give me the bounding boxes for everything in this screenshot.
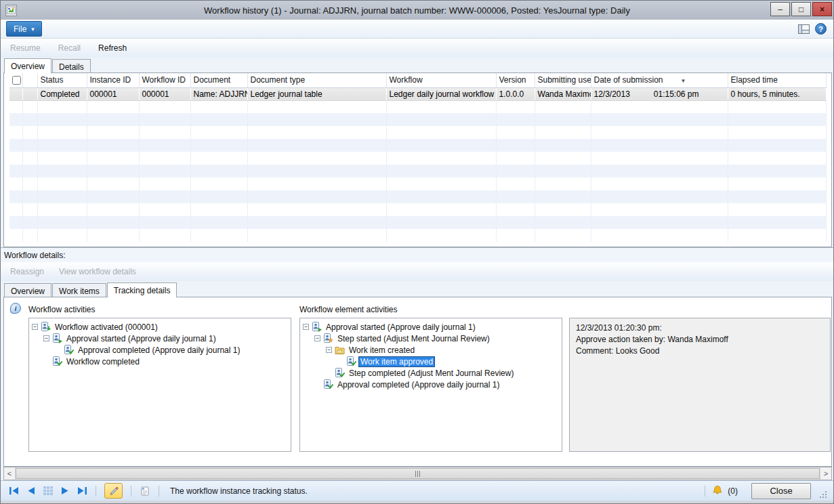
tree-node-work-item-approved[interactable]: Work item approved (300, 356, 562, 367)
resize-grip[interactable] (819, 490, 828, 499)
approval-started-icon (52, 333, 62, 343)
column-header-workflow[interactable]: Workflow (386, 73, 496, 87)
notification-bell-icon[interactable] (711, 485, 724, 497)
tree-node-workflow-completed[interactable]: Workflow completed (29, 356, 291, 367)
refresh-button[interactable]: Refresh (98, 43, 127, 53)
column-header-submitting-user[interactable]: Submitting user (535, 73, 591, 87)
workflow-activities-tree: − Workflow activated (000001) − Approval… (28, 318, 291, 452)
tree-node-label: Work item created (348, 345, 416, 355)
window-layout-icon[interactable] (798, 24, 810, 34)
column-header-workflow-id[interactable]: Workflow ID (139, 73, 190, 87)
document-notes-icon[interactable] (140, 486, 150, 497)
column-header-date-of-submission[interactable]: Date of submission▼ (591, 73, 728, 87)
collapse-toggle-icon[interactable]: − (326, 347, 332, 353)
info-icon: i (10, 303, 21, 314)
next-record-icon[interactable] (60, 486, 70, 495)
column-header-document-type[interactable]: Document type (247, 73, 386, 87)
tree-node-label: Step completed (Adjust Ment Journal Revi… (348, 369, 515, 378)
tree-node-label: Approval completed (Approve daily journa… (77, 345, 241, 355)
submission-date: 12/3/2013 (594, 89, 630, 99)
tree-node-approval-completed[interactable]: Approval completed (Approve daily journa… (29, 344, 291, 356)
grid-empty-row[interactable] (9, 203, 826, 216)
file-menu-label: File (14, 24, 26, 34)
tree-node-label: Approval completed (Approve daily journa… (336, 380, 501, 390)
collapse-toggle-icon[interactable]: − (314, 335, 320, 341)
grid-empty-row[interactable] (9, 190, 826, 203)
row-indicator-header (22, 73, 37, 87)
tree-node-label-selected: Work item approved (359, 357, 434, 366)
grid-empty-row[interactable] (9, 177, 826, 190)
approval-completed-icon (64, 345, 74, 355)
workflow-details-label: Workflow details: (1, 247, 833, 262)
tree-node-approval-started[interactable]: − Approval started (Approve daily journa… (29, 333, 291, 344)
tab-overview[interactable]: Overview (4, 58, 51, 73)
collapse-toggle-icon[interactable]: − (32, 324, 38, 330)
edit-mode-button[interactable] (104, 483, 123, 499)
help-icon[interactable]: ? (815, 23, 827, 35)
menu-bar: File ▾ ? (1, 20, 833, 39)
grid-empty-row[interactable] (9, 113, 826, 126)
column-header-status[interactable]: Status (37, 73, 87, 87)
main-tab-strip: Overview Details (4, 58, 91, 72)
detail-action: Approve action taken by: Wanda Maximoff (576, 334, 824, 345)
previous-record-icon[interactable] (26, 486, 37, 495)
column-header-document[interactable]: Document (190, 73, 247, 87)
cell-status: Completed (37, 87, 87, 100)
grid-empty-row[interactable] (9, 165, 826, 177)
collapse-toggle-icon[interactable]: − (303, 324, 309, 330)
detail-timestamp: 12/3/2013 01:20:30 pm: (576, 322, 824, 334)
scrollbar-track[interactable] (16, 467, 820, 480)
maximize-button[interactable]: □ (791, 2, 811, 16)
grid-row-selected[interactable]: Completed 000001 000001 Name: ADJJRN Led… (9, 87, 826, 100)
scrollbar-thumb[interactable] (16, 468, 820, 479)
horizontal-scrollbar: < > (3, 467, 832, 480)
last-record-icon[interactable] (77, 486, 87, 495)
tree-node-label: Workflow activated (000001) (54, 322, 159, 332)
tab-tracking-details[interactable]: Tracking details (107, 282, 178, 297)
grid-empty-row[interactable] (9, 152, 826, 165)
tree-node-element-approval-completed[interactable]: Approval completed (Approve daily journa… (300, 379, 562, 390)
tree-node-step-completed[interactable]: Step completed (Adjust Ment Journal Revi… (300, 367, 562, 379)
tree-node-label: Workflow completed (65, 357, 141, 366)
cell-instance-id: 000001 (87, 87, 139, 100)
work-item-approved-icon (346, 356, 356, 366)
record-list-icon[interactable] (43, 486, 54, 495)
tree-node-element-approval-started[interactable]: − Approval started (Approve daily journa… (300, 321, 562, 333)
work-item-created-icon (335, 345, 345, 355)
grid-empty-row[interactable] (9, 100, 826, 113)
grid-empty-rows (9, 100, 826, 242)
collapse-toggle-icon[interactable]: − (43, 335, 49, 341)
column-header-elapsed-time[interactable]: Elapsed time (728, 73, 826, 87)
grid-empty-row[interactable] (9, 139, 826, 152)
cell-version: 1.0.0.0 (496, 87, 535, 100)
grid-empty-row[interactable] (9, 126, 826, 139)
column-header-version[interactable]: Version (496, 73, 535, 87)
tab-details[interactable]: Details (52, 59, 91, 72)
scroll-right-button[interactable]: > (820, 467, 831, 480)
tab-work-items[interactable]: Work items (52, 283, 106, 297)
grid-empty-row[interactable] (9, 216, 826, 229)
first-record-icon[interactable] (9, 486, 20, 495)
tree-node-work-item-created[interactable]: − Work item created (300, 344, 562, 356)
workflow-history-window: Workflow history (1) - Journal: ADJJRN, … (0, 0, 834, 504)
grid-empty-row[interactable] (9, 229, 826, 242)
cell-workflow: Ledger daily journal workflow (386, 87, 496, 100)
select-all-cell (9, 73, 22, 87)
select-all-checkbox[interactable] (12, 76, 21, 85)
tree-node-workflow-activated[interactable]: − Workflow activated (000001) (29, 321, 291, 333)
resume-button[interactable]: Resume (10, 43, 41, 53)
reassign-button[interactable]: Reassign (10, 267, 44, 276)
minimize-button[interactable]: – (770, 2, 790, 16)
view-workflow-details-button[interactable]: View workflow details (59, 267, 136, 276)
close-window-button[interactable]: × (812, 2, 832, 16)
notification-count: (0) (728, 486, 738, 496)
close-button[interactable]: Close (751, 483, 811, 499)
tab-details-overview[interactable]: Overview (4, 283, 51, 297)
column-header-instance-id[interactable]: Instance ID (87, 73, 139, 87)
recall-button[interactable]: Recall (58, 43, 81, 53)
chevron-down-icon: ▾ (31, 26, 35, 33)
detail-comment: Comment: Looks Good (576, 345, 824, 357)
file-menu-button[interactable]: File ▾ (6, 21, 42, 37)
tree-node-step-started[interactable]: − Step started (Adjust Ment Journal Revi… (300, 333, 562, 344)
scroll-left-button[interactable]: < (4, 467, 16, 480)
